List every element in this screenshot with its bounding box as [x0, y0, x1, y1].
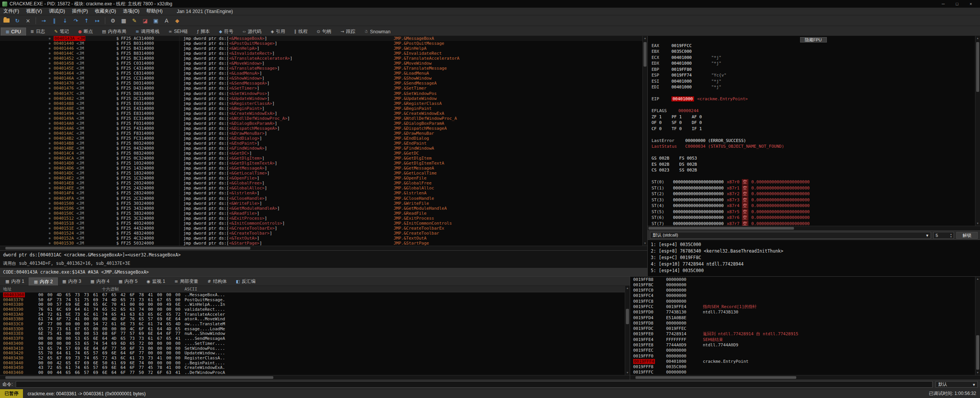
dump-row[interactable]: 0040336000 00 4D 65 73 73 61 67 65 42 6F… [0, 292, 625, 297]
font-size-button[interactable]: A [162, 16, 172, 25]
dump-row[interactable]: 0040342055 70 64 61 74 65 57 69 6E 64 6F… [0, 351, 625, 356]
breakpoint-dot-icon[interactable]: ● [0, 107, 54, 110]
tab-dump-1[interactable]: ▦内存 1 [1, 277, 29, 285]
breakpoint-dot-icon[interactable]: ● [0, 197, 54, 200]
segment-es[interactable]: ES 002B [652, 162, 669, 167]
stack-row[interactable]: 0019FFE077428914返回到 ntdll.77428914 自 ntd… [630, 331, 975, 337]
dump-row[interactable]: 004033F000 00 00 00 53 65 6E 64 4D 65 73… [0, 336, 625, 341]
disassembly-row[interactable]: ●0040148E <JM$FF25 E4314000jmp dword ptr… [0, 106, 642, 111]
minimize-button[interactable]: ─ [936, 2, 950, 6]
tab-snowman[interactable]: ☃Snowman [360, 28, 395, 36]
fpu-register-value[interactable]: 00000000000000000000 [673, 186, 724, 191]
flag-sf[interactable]: SF 0 [672, 120, 682, 125]
disassembly-row[interactable]: ●004014BE <JM$FF25 04324000jmp dword ptr… [0, 146, 642, 151]
calling-convention-select[interactable]: 默认 (stdcall) ▾ [650, 232, 931, 239]
stack-row[interactable]: 0019FFD4E51A0B8E [630, 315, 975, 320]
disassembly-row[interactable]: ●004014B8 <JM$FF25 00324000jmp dword ptr… [0, 141, 642, 146]
breakpoint-dot-icon[interactable]: ● [0, 117, 54, 120]
run-button[interactable]: → [39, 16, 49, 25]
menu-item-5[interactable]: 选项(O) [119, 8, 143, 15]
breakpoint-dot-icon[interactable]: ● [0, 122, 54, 125]
tab-threads[interactable]: ∥线程 [290, 28, 312, 36]
disassembly-row[interactable]: ●00401518 <JM$FF25 40324000jmp dword ptr… [0, 221, 642, 226]
fpu-register-value[interactable]: 00000000000000000000 [673, 209, 724, 214]
menu-item-3[interactable]: 插件(P) [69, 8, 91, 15]
tab-handles[interactable]: ⊙句柄 [312, 28, 336, 36]
breakpoint-dot-icon[interactable]: ● [0, 112, 54, 115]
open-file-button[interactable] [2, 16, 11, 25]
segment-ds[interactable]: DS 002B [679, 162, 697, 167]
tab-symbols[interactable]: ◆符号 [214, 28, 238, 36]
menu-item-6[interactable]: 帮助(H) [143, 8, 166, 15]
disassembly-row[interactable]: ●004014FA <JM$FF25 2C324000jmp dword ptr… [0, 196, 642, 201]
disassembly-hscrollbar[interactable] [0, 246, 647, 250]
close-process-button[interactable]: × [23, 16, 33, 25]
argument-row-4[interactable]: 4: [esp+10] 77428944 ntdll.77428944 [651, 261, 980, 268]
flag-of[interactable]: OF 0 [652, 120, 662, 125]
argument-row-2[interactable]: 2: [esp+8] 76786340 <kernel32.BaseThread… [651, 248, 980, 254]
breakpoint-dot-icon[interactable]: ● [0, 67, 54, 70]
dump-row[interactable]: 0040346000 00 44 65 66 57 69 6E 64 6F 77… [0, 370, 625, 375]
scroll-down-arrow-icon[interactable]: ▼ [643, 241, 647, 246]
disassembly-row[interactable]: ●004014D6 <JM$FF25 14324000jmp dword ptr… [0, 166, 642, 171]
flag-tf[interactable]: TF 0 [672, 126, 682, 131]
breakpoint-dot-icon[interactable]: ● [0, 152, 54, 155]
stack-row[interactable]: 0019FFDC0019FFEC [630, 326, 975, 331]
menu-item-0[interactable]: 文件(F) [0, 8, 23, 15]
disassembly-row[interactable]: ●00401458 <JM$FF25 C0314000jmp dword ptr… [0, 61, 642, 66]
breakpoint-dot-icon[interactable]: ● [0, 147, 54, 150]
breakpoint-dot-icon[interactable]: ● [0, 52, 54, 55]
breakpoint-dot-icon[interactable]: ● [0, 137, 54, 140]
scroll-down-arrow-icon[interactable]: ▼ [975, 221, 980, 226]
stack-row[interactable]: 0019FFD800000000 [630, 320, 975, 326]
tab-seh-chain[interactable]: ∞SEH链 [164, 28, 193, 36]
menu-item-2[interactable]: 调试(D) [46, 8, 69, 15]
fpu-register-value[interactable]: 00000000000000000000 [673, 221, 724, 226]
tab-watch-1[interactable]: ◉监视 1 [142, 277, 170, 285]
register-value-edi[interactable]: 00401000 [671, 85, 711, 90]
breakpoint-dot-icon[interactable]: ● [0, 62, 54, 65]
breakpoint-dot-icon[interactable]: ● [0, 171, 54, 175]
disassembly-row[interactable]: ●004014CA <JM$FF25 0C324000jmp dword ptr… [0, 156, 642, 161]
disassembly-row[interactable]: ●0040149A <JM$FF25 EC314000jmp dword ptr… [0, 116, 642, 121]
dump-row[interactable]: 0040341053 65 74 57 69 6E 64 6F 77 50 6F… [0, 346, 625, 351]
patches-button[interactable]: ◪ [140, 16, 150, 25]
tab-references[interactable]: ◈引用 [266, 28, 289, 36]
breakpoint-dot-icon[interactable]: ● [0, 237, 54, 240]
scroll-up-arrow-icon[interactable]: ▲ [625, 286, 630, 290]
tab-script[interactable]: ƒ脚本 [193, 28, 214, 36]
breakpoint-dot-icon[interactable]: ● [0, 186, 54, 190]
hide-fpu-button[interactable]: 隐藏FPU [800, 37, 827, 42]
disassembly-row[interactable]: ●0040150C <JM$FF25 38324000jmp dword ptr… [0, 211, 642, 216]
menu-item-1[interactable]: 视图(V) [23, 8, 46, 15]
disassembly-row[interactable]: ●0040152A <JM$FF25 4C324000jmp dword ptr… [0, 236, 642, 241]
disassembly-row[interactable]: ●004014AC <JM$FF25 F8314000jmp dword ptr… [0, 131, 642, 136]
step-over-button[interactable]: ↷ [71, 16, 81, 25]
notes-pencil-button[interactable]: ✎ [129, 16, 139, 25]
tab-breakpoints[interactable]: ●断点 [74, 28, 98, 36]
tab-log[interactable]: ≣日志 [26, 28, 50, 36]
stack-row[interactable]: 0019FFC800000000 [630, 298, 975, 304]
breakpoint-dot-icon[interactable]: ● [0, 222, 54, 225]
scroll-down-arrow-icon[interactable]: ▼ [625, 370, 630, 375]
disassembly-row[interactable]: ●004014B2 <JM$FF25 FC314000jmp dword ptr… [0, 136, 642, 141]
breakpoint-dot-icon[interactable]: ● [0, 132, 54, 135]
tab-dump-4[interactable]: ▦内存 4 [86, 277, 114, 285]
argument-row-1[interactable]: 1: [esp+4] 0035C000 [651, 241, 980, 248]
registers-vscrollbar[interactable]: ▲ ▼ [975, 36, 980, 226]
register-value-edx[interactable]: 00401000 [671, 61, 711, 66]
register-value-ebp[interactable]: 0019FF80 [671, 67, 711, 72]
segment-cs[interactable]: CS 0023 [652, 168, 669, 173]
breakpoint-dot-icon[interactable]: ● [0, 37, 54, 40]
spin-up-icon[interactable]: ▴ [950, 233, 952, 235]
scrollbar-thumb[interactable] [5, 247, 250, 250]
segment-fs[interactable]: FS 0053 [679, 156, 697, 161]
disassembly-row[interactable]: ●004014C4 <JM$FF25 08324000jmp dword ptr… [0, 151, 642, 156]
disassembly-row[interactable]: ●004014E8 <JM$FF25 20324000jmp dword ptr… [0, 181, 642, 186]
disassembly-row[interactable]: ●0040146A <JM$FF25 CC314000jmp dword ptr… [0, 76, 642, 81]
disassembly-row[interactable]: ●00401488 <JM$FF25 E0314000jmp dword ptr… [0, 101, 642, 106]
stack-pane[interactable]: 0019FFB8000000000019FFBC000000000019FFC0… [630, 277, 980, 375]
breakpoint-dot-icon[interactable]: ● [0, 166, 54, 170]
breakpoint-dot-icon[interactable]: ● [0, 241, 54, 245]
scroll-down-arrow-icon[interactable]: ▼ [975, 370, 980, 375]
